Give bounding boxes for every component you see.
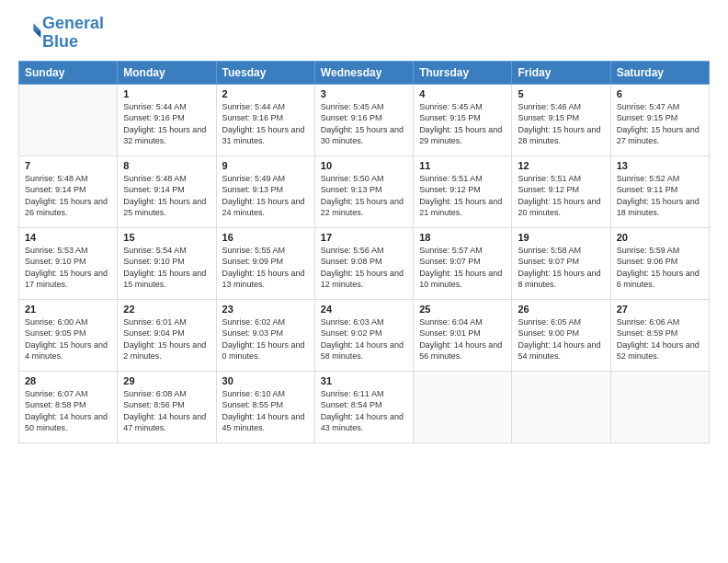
svg-marker-1 — [33, 30, 40, 38]
calendar-cell: 19Sunrise: 5:58 AMSunset: 9:07 PMDayligh… — [512, 227, 610, 299]
calendar-cell — [610, 371, 709, 442]
day-number: 4 — [419, 88, 506, 99]
day-info: Sunrise: 5:50 AMSunset: 9:13 PMDaylight:… — [321, 173, 407, 219]
logo-text: General Blue — [42, 15, 104, 52]
day-number: 12 — [518, 160, 604, 171]
day-info: Sunrise: 5:51 AMSunset: 9:12 PMDaylight:… — [518, 173, 604, 219]
weekday-header-friday: Friday — [512, 61, 610, 84]
day-info: Sunrise: 6:02 AMSunset: 9:03 PMDaylight:… — [222, 316, 309, 362]
day-info: Sunrise: 5:45 AMSunset: 9:15 PMDaylight:… — [419, 101, 506, 147]
weekday-header-monday: Monday — [118, 61, 216, 84]
calendar-cell — [512, 371, 610, 442]
calendar-cell: 4Sunrise: 5:45 AMSunset: 9:15 PMDaylight… — [414, 84, 512, 155]
day-info: Sunrise: 5:53 AMSunset: 9:10 PMDaylight:… — [25, 245, 111, 291]
calendar-cell: 2Sunrise: 5:44 AMSunset: 9:16 PMDaylight… — [216, 84, 314, 155]
day-info: Sunrise: 6:01 AMSunset: 9:04 PMDaylight:… — [123, 316, 210, 362]
day-number: 29 — [123, 375, 210, 386]
day-number: 21 — [25, 304, 111, 315]
logo: General Blue — [18, 15, 104, 52]
day-info: Sunrise: 5:45 AMSunset: 9:16 PMDaylight:… — [321, 101, 407, 147]
weekday-header-wednesday: Wednesday — [314, 61, 413, 84]
day-info: Sunrise: 6:04 AMSunset: 9:01 PMDaylight:… — [419, 316, 506, 362]
calendar-cell: 27Sunrise: 6:06 AMSunset: 8:59 PMDayligh… — [610, 299, 709, 371]
day-info: Sunrise: 5:48 AMSunset: 9:14 PMDaylight:… — [25, 173, 111, 219]
day-info: Sunrise: 5:57 AMSunset: 9:07 PMDaylight:… — [419, 245, 506, 291]
day-info: Sunrise: 6:06 AMSunset: 8:59 PMDaylight:… — [617, 316, 703, 362]
calendar-cell — [414, 371, 512, 442]
day-info: Sunrise: 5:48 AMSunset: 9:14 PMDaylight:… — [123, 173, 210, 219]
calendar-cell: 26Sunrise: 6:05 AMSunset: 9:00 PMDayligh… — [512, 299, 610, 371]
day-info: Sunrise: 6:10 AMSunset: 8:55 PMDaylight:… — [222, 388, 309, 434]
day-info: Sunrise: 5:49 AMSunset: 9:13 PMDaylight:… — [222, 173, 309, 219]
day-info: Sunrise: 5:44 AMSunset: 9:16 PMDaylight:… — [123, 101, 210, 147]
calendar-cell: 11Sunrise: 5:51 AMSunset: 9:12 PMDayligh… — [414, 155, 512, 227]
calendar-cell: 7Sunrise: 5:48 AMSunset: 9:14 PMDaylight… — [19, 155, 118, 227]
calendar-cell: 16Sunrise: 5:55 AMSunset: 9:09 PMDayligh… — [216, 227, 314, 299]
day-number: 5 — [518, 88, 604, 99]
calendar-cell: 29Sunrise: 6:08 AMSunset: 8:56 PMDayligh… — [118, 371, 216, 442]
week-row-3: 21Sunrise: 6:00 AMSunset: 9:05 PMDayligh… — [19, 299, 710, 371]
day-number: 30 — [222, 375, 309, 386]
weekday-header-row: SundayMondayTuesdayWednesdayThursdayFrid… — [19, 61, 710, 84]
day-info: Sunrise: 5:47 AMSunset: 9:15 PMDaylight:… — [617, 101, 703, 147]
calendar-cell: 5Sunrise: 5:46 AMSunset: 9:15 PMDaylight… — [512, 84, 610, 155]
day-number: 25 — [419, 304, 506, 315]
day-info: Sunrise: 6:03 AMSunset: 9:02 PMDaylight:… — [321, 316, 407, 362]
day-info: Sunrise: 6:11 AMSunset: 8:54 PMDaylight:… — [321, 388, 407, 434]
day-number: 27 — [617, 304, 703, 315]
day-number: 15 — [123, 232, 210, 243]
calendar-cell: 12Sunrise: 5:51 AMSunset: 9:12 PMDayligh… — [512, 155, 610, 227]
day-info: Sunrise: 5:55 AMSunset: 9:09 PMDaylight:… — [222, 245, 309, 291]
day-info: Sunrise: 5:51 AMSunset: 9:12 PMDaylight:… — [419, 173, 506, 219]
weekday-header-thursday: Thursday — [414, 61, 512, 84]
day-info: Sunrise: 5:56 AMSunset: 9:08 PMDaylight:… — [321, 245, 407, 291]
weekday-header-saturday: Saturday — [610, 61, 709, 84]
calendar-page: General Blue SundayMondayTuesdayWednesda… — [0, 0, 728, 563]
week-row-1: 7Sunrise: 5:48 AMSunset: 9:14 PMDaylight… — [19, 155, 710, 227]
week-row-4: 28Sunrise: 6:07 AMSunset: 8:58 PMDayligh… — [19, 371, 710, 442]
calendar-cell: 10Sunrise: 5:50 AMSunset: 9:13 PMDayligh… — [314, 155, 413, 227]
day-info: Sunrise: 5:54 AMSunset: 9:10 PMDaylight:… — [123, 245, 210, 291]
calendar-cell: 3Sunrise: 5:45 AMSunset: 9:16 PMDaylight… — [314, 84, 413, 155]
calendar-cell: 1Sunrise: 5:44 AMSunset: 9:16 PMDaylight… — [118, 84, 216, 155]
svg-marker-0 — [33, 23, 40, 30]
calendar-cell: 24Sunrise: 6:03 AMSunset: 9:02 PMDayligh… — [314, 299, 413, 371]
week-row-0: 1Sunrise: 5:44 AMSunset: 9:16 PMDaylight… — [19, 84, 710, 155]
calendar-cell: 21Sunrise: 6:00 AMSunset: 9:05 PMDayligh… — [19, 299, 118, 371]
day-number: 28 — [25, 375, 111, 386]
day-info: Sunrise: 6:05 AMSunset: 9:00 PMDaylight:… — [518, 316, 604, 362]
day-number: 3 — [321, 88, 407, 99]
day-number: 10 — [321, 160, 407, 171]
calendar-cell: 20Sunrise: 5:59 AMSunset: 9:06 PMDayligh… — [610, 227, 709, 299]
calendar-body: 1Sunrise: 5:44 AMSunset: 9:16 PMDaylight… — [19, 84, 710, 442]
day-number: 31 — [321, 375, 407, 386]
calendar-cell — [19, 84, 118, 155]
day-number: 11 — [419, 160, 506, 171]
day-number: 9 — [222, 160, 309, 171]
day-info: Sunrise: 5:58 AMSunset: 9:07 PMDaylight:… — [518, 245, 604, 291]
calendar-cell: 13Sunrise: 5:52 AMSunset: 9:11 PMDayligh… — [610, 155, 709, 227]
calendar-cell: 30Sunrise: 6:10 AMSunset: 8:55 PMDayligh… — [216, 371, 314, 442]
calendar-cell: 15Sunrise: 5:54 AMSunset: 9:10 PMDayligh… — [118, 227, 216, 299]
day-number: 7 — [25, 160, 111, 171]
day-number: 23 — [222, 304, 309, 315]
day-info: Sunrise: 6:08 AMSunset: 8:56 PMDaylight:… — [123, 388, 210, 434]
day-number: 13 — [617, 160, 703, 171]
calendar-table: SundayMondayTuesdayWednesdayThursdayFrid… — [18, 61, 710, 443]
calendar-cell: 17Sunrise: 5:56 AMSunset: 9:08 PMDayligh… — [314, 227, 413, 299]
day-number: 6 — [617, 88, 703, 99]
day-number: 26 — [518, 304, 604, 315]
weekday-header-sunday: Sunday — [19, 61, 118, 84]
day-number: 17 — [321, 232, 407, 243]
day-number: 8 — [123, 160, 210, 171]
day-number: 18 — [419, 232, 506, 243]
day-number: 24 — [321, 304, 407, 315]
day-info: Sunrise: 5:46 AMSunset: 9:15 PMDaylight:… — [518, 101, 604, 147]
calendar-cell: 9Sunrise: 5:49 AMSunset: 9:13 PMDaylight… — [216, 155, 314, 227]
day-info: Sunrise: 6:00 AMSunset: 9:05 PMDaylight:… — [25, 316, 111, 362]
day-number: 1 — [123, 88, 210, 99]
day-info: Sunrise: 5:52 AMSunset: 9:11 PMDaylight:… — [617, 173, 703, 219]
day-info: Sunrise: 5:59 AMSunset: 9:06 PMDaylight:… — [617, 245, 703, 291]
day-number: 22 — [123, 304, 210, 315]
day-number: 16 — [222, 232, 309, 243]
